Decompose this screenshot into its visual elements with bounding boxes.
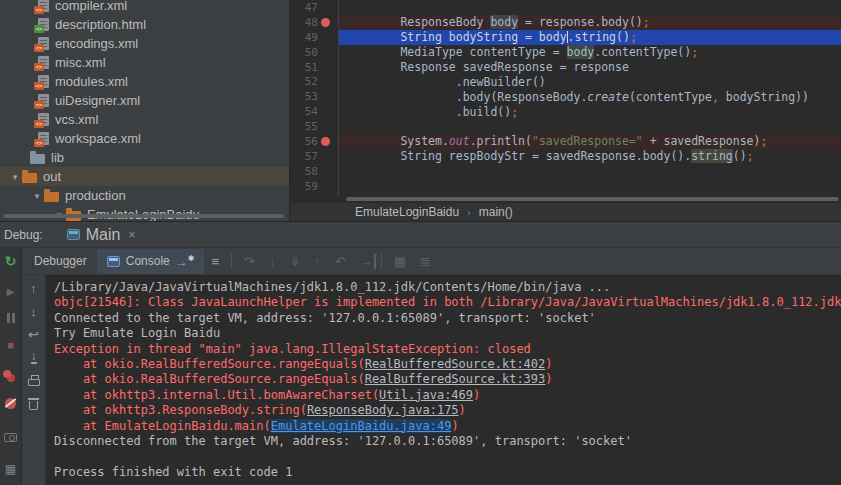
tree-item-modules.xml[interactable]: <>modules.xml <box>0 72 289 91</box>
camera-icon[interactable] <box>2 428 20 446</box>
breakpoint-icon[interactable] <box>318 137 332 146</box>
debug-toolbar: DebuggerConsole→✱≡↷↓⇓↑↶→▦≣ <box>22 248 841 275</box>
tree-item-workspace.xml[interactable]: <>workspace.xml <box>0 129 289 148</box>
expand-arrow-icon[interactable]: ▾ <box>30 191 44 201</box>
code-lines[interactable]: 4748 ResponseBody body = response.body()… <box>290 0 841 196</box>
console-text: at okhttp3.ResponseBody.string( <box>54 403 307 417</box>
tree-item-label: workspace.xml <box>55 131 141 146</box>
console-output[interactable]: /Library/Java/JavaVirtualMachines/jdk1.8… <box>46 275 841 485</box>
code-token: ; <box>630 30 637 44</box>
run-to-cursor-icon: → <box>353 254 376 269</box>
force-step-into-icon: ⇓ <box>282 254 307 269</box>
up-the-stack-icon[interactable]: ↑ <box>26 281 42 295</box>
gutter: 59 <box>290 179 338 194</box>
code-line-56[interactable]: 56 System.out.println("savedResponse=" +… <box>290 134 841 149</box>
code-line-59[interactable]: 59 <box>290 179 841 194</box>
tree-item-uiDesigner.xml[interactable]: <>uiDesigner.xml <box>0 91 289 110</box>
close-icon[interactable]: × <box>128 228 135 242</box>
xml-file-icon: <> <box>38 113 49 126</box>
console-text: at okio.RealBufferedSource.rangeEquals( <box>54 372 365 386</box>
mute-breakpoints-icon[interactable] <box>2 394 20 412</box>
soft-wrap-icon[interactable]: ↩ <box>26 327 42 341</box>
console-line: at EmulateLoginBaidu.main(EmulateLoginBa… <box>54 419 841 434</box>
code-token: .body(ResponseBody. <box>345 90 587 104</box>
code-line-47[interactable]: 47 <box>290 0 841 15</box>
tree-item-label: vcs.xml <box>55 112 98 127</box>
code-editor[interactable]: 4748 ResponseBody body = response.body()… <box>290 0 841 221</box>
code-line-49[interactable]: 49 String bodyString = body.string(); <box>290 30 841 45</box>
tree-item-encodings.xml[interactable]: <>encodings.xml <box>0 34 289 53</box>
code-token: bodyString)) <box>719 90 809 104</box>
tree-item-compiler.xml[interactable]: <>compiler.xml <box>0 0 289 15</box>
expand-arrow-icon[interactable]: ▾ <box>8 172 22 182</box>
gutter: 58 <box>290 164 338 179</box>
stack-trace-link[interactable]: RealBufferedSource.kt:393 <box>365 372 546 386</box>
gutter: 49 <box>290 30 338 45</box>
pause-icon[interactable] <box>2 309 20 327</box>
breakpoint-icon[interactable] <box>318 18 332 27</box>
tree-item-out[interactable]: ▾out <box>0 167 289 186</box>
code-line-53[interactable]: 53 .body(ResponseBody.create(contentType… <box>290 89 841 104</box>
code-line-50[interactable]: 50 MediaType contentType = body.contentT… <box>290 45 841 60</box>
code-token: ResponseBody <box>345 15 490 29</box>
resume-icon[interactable]: ▶ <box>2 282 20 300</box>
debug-session-tab-main[interactable]: Main × <box>61 223 142 247</box>
breadcrumb-method[interactable]: main() <box>479 205 513 219</box>
tree-item-description.html[interactable]: <>description.html <box>0 15 289 34</box>
code-line-51[interactable]: 51 Response savedResponse = response <box>290 60 841 75</box>
tab-console[interactable]: Console→✱ <box>97 249 205 274</box>
code-text: .body(ResponseBody.create(contentType, b… <box>338 89 841 104</box>
layout-grid-icon[interactable]: ▦ <box>2 460 20 478</box>
code-token: .build() <box>345 105 511 119</box>
code-line-55[interactable]: 55 <box>290 119 841 134</box>
rerun-debug-icon[interactable]: ↻ <box>2 252 20 270</box>
code-token: () <box>733 149 747 163</box>
code-line-57[interactable]: 57 String respBodyStr = savedResponse.bo… <box>290 149 841 164</box>
down-the-stack-icon[interactable]: ↓ <box>26 304 42 318</box>
code-line-54[interactable]: 54 .build(); <box>290 104 841 119</box>
code-line-60[interactable]: 60 <box>290 194 841 196</box>
stack-trace-link[interactable]: EmulateLoginBaidu.java:49 <box>271 419 452 433</box>
stack-trace-link[interactable]: RealBufferedSource.kt:402 <box>365 357 546 371</box>
xml-file-icon: <> <box>38 94 49 107</box>
code-line-58[interactable]: 58 <box>290 164 841 179</box>
code-line-48[interactable]: 48 ResponseBody body = response.body(); <box>290 15 841 30</box>
tab-debugger[interactable]: Debugger <box>24 249 97 273</box>
toolbar-separator <box>231 253 232 269</box>
code-token: = response.body() <box>518 15 643 29</box>
view-breakpoints-icon[interactable] <box>2 366 20 384</box>
tree-horizontal-scrollbar[interactable] <box>3 214 284 218</box>
xml-file-icon: <> <box>38 37 49 50</box>
code-token: ; <box>511 105 518 119</box>
code-token: String bodyString = body <box>345 30 567 44</box>
tree-item-EmulateLoginBaidu[interactable]: ▾EmulateLoginBaidu <box>0 205 289 221</box>
tree-item-label: lib <box>51 150 64 165</box>
code-line-52[interactable]: 52 .newBuilder() <box>290 74 841 89</box>
stop-icon[interactable]: ■ <box>2 336 20 354</box>
debugger-action-strip: ↻▶■▦ <box>0 248 22 485</box>
console-line: Connected to the target VM, address: '12… <box>54 311 841 326</box>
tree-item-vcs.xml[interactable]: <>vcs.xml <box>0 110 289 129</box>
menu-icon[interactable]: ≡ <box>204 254 226 269</box>
console-icon <box>107 256 120 267</box>
line-number: 51 <box>290 61 318 74</box>
console-action-strip: ↑↓↩↓ <box>22 275 46 485</box>
editor-horizontal-scrollbar[interactable] <box>346 197 839 201</box>
stack-trace-link[interactable]: Util.java:469 <box>379 388 473 402</box>
breadcrumb: EmulateLoginBaidu › main() <box>290 203 841 221</box>
print-icon[interactable] <box>26 373 42 387</box>
scroll-to-end-icon[interactable]: ↓ <box>26 350 42 364</box>
console-line: at okhttp3.internal.Util.bomAwareCharset… <box>54 388 841 403</box>
breadcrumb-class[interactable]: EmulateLoginBaidu <box>355 205 459 219</box>
code-token: out <box>449 134 470 148</box>
clear-all-icon[interactable] <box>26 396 42 410</box>
gutter: 48 <box>290 15 338 30</box>
tree-item-production[interactable]: ▾production <box>0 186 289 205</box>
code-text <box>338 164 841 179</box>
tree-item-lib[interactable]: lib <box>0 148 289 167</box>
tree-item-misc.xml[interactable]: <>misc.xml <box>0 53 289 72</box>
show-on-output-icon[interactable]: →✱ <box>176 254 195 269</box>
code-token: MediaType contentType = <box>345 45 567 59</box>
stack-trace-link[interactable]: ResponseBody.java:175 <box>307 403 459 417</box>
gutter: 47 <box>290 0 338 15</box>
